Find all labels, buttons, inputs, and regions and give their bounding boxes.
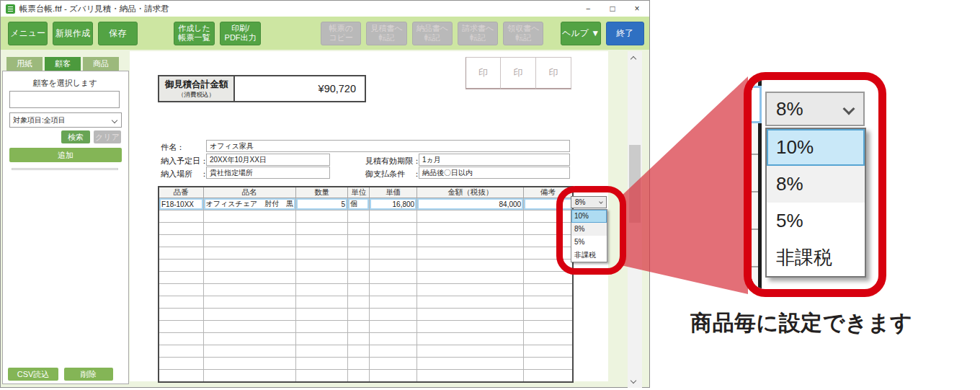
cell[interactable]: [203, 370, 296, 382]
cell[interactable]: [203, 345, 296, 358]
cell[interactable]: [417, 358, 524, 370]
cell[interactable]: [348, 247, 370, 260]
tab-customer[interactable]: 顧客: [45, 57, 81, 71]
cell[interactable]: [296, 284, 348, 296]
cell[interactable]: [370, 247, 417, 260]
cell[interactable]: [296, 358, 348, 370]
cell[interactable]: [203, 321, 296, 333]
cell[interactable]: [348, 235, 370, 247]
cell[interactable]: [370, 358, 417, 370]
cell[interactable]: [296, 235, 348, 247]
tax-option[interactable]: 5%: [571, 236, 607, 249]
cell[interactable]: [524, 370, 573, 382]
created-forms-button[interactable]: 作成した 帳票一覧: [174, 22, 215, 45]
cell[interactable]: [524, 284, 573, 296]
cell[interactable]: [524, 198, 573, 210]
cell[interactable]: [348, 284, 370, 296]
delete-button[interactable]: 削除: [64, 368, 113, 381]
cell[interactable]: 5: [296, 198, 348, 210]
csv-import-button[interactable]: CSV読込: [8, 368, 58, 381]
scrollbar-thumb[interactable]: [629, 145, 641, 223]
cell[interactable]: [348, 321, 370, 333]
cell[interactable]: [203, 358, 296, 370]
maximize-button[interactable]: □: [600, 1, 625, 17]
cell[interactable]: [524, 333, 573, 345]
cell[interactable]: [417, 370, 524, 382]
delivery-date-field[interactable]: 20XX年10月XX日: [206, 154, 330, 166]
cell[interactable]: [417, 247, 524, 260]
cell[interactable]: [159, 321, 203, 333]
cell[interactable]: [159, 247, 203, 260]
subject-field[interactable]: オフィス家具: [206, 140, 570, 152]
print-pdf-button[interactable]: 印刷/ PDF出力: [220, 22, 261, 45]
cell[interactable]: [524, 247, 573, 260]
tax-option[interactable]: 10%: [571, 210, 607, 223]
cell[interactable]: 84,000: [417, 198, 524, 210]
cell[interactable]: [524, 235, 573, 247]
cell[interactable]: [159, 272, 203, 284]
cell[interactable]: [348, 345, 370, 358]
exit-button[interactable]: 終了: [606, 22, 644, 45]
cell[interactable]: [159, 333, 203, 345]
cell[interactable]: [296, 223, 348, 235]
cell[interactable]: [159, 345, 203, 358]
validity-field[interactable]: 1ヵ月: [419, 154, 570, 166]
cell[interactable]: [296, 345, 348, 358]
cell[interactable]: 個: [348, 198, 370, 210]
cell[interactable]: [348, 260, 370, 272]
cell[interactable]: [296, 370, 348, 382]
cell[interactable]: [159, 358, 203, 370]
cell[interactable]: [203, 223, 296, 235]
cell[interactable]: [417, 284, 524, 296]
tax-rate-select[interactable]: 8%: [571, 196, 607, 208]
cell[interactable]: [524, 321, 573, 333]
cell[interactable]: [348, 333, 370, 345]
cell[interactable]: [417, 309, 524, 321]
tax-option[interactable]: 非課税: [571, 249, 607, 262]
cell[interactable]: [296, 210, 348, 223]
cell[interactable]: オフィスチェア 肘付 黒: [203, 198, 296, 210]
cell[interactable]: [370, 296, 417, 309]
cell[interactable]: [296, 321, 348, 333]
cell[interactable]: [203, 284, 296, 296]
help-button[interactable]: ヘルプ ▼: [561, 22, 600, 45]
cell[interactable]: [370, 272, 417, 284]
cell[interactable]: [524, 272, 573, 284]
cell[interactable]: 16,800: [370, 198, 417, 210]
cell[interactable]: [203, 260, 296, 272]
cell[interactable]: [159, 370, 203, 382]
scroll-up-icon[interactable]: [631, 56, 638, 63]
cell[interactable]: [417, 333, 524, 345]
customer-search-input[interactable]: [9, 91, 120, 108]
cell[interactable]: [524, 223, 573, 235]
menu-button[interactable]: メニュー: [8, 22, 48, 45]
cell[interactable]: [348, 309, 370, 321]
cell[interactable]: [370, 235, 417, 247]
add-button[interactable]: 追加: [9, 148, 122, 162]
cell[interactable]: [296, 309, 348, 321]
cell[interactable]: [203, 235, 296, 247]
save-button[interactable]: 保存: [98, 22, 138, 45]
cell[interactable]: [203, 296, 296, 309]
cell[interactable]: [159, 284, 203, 296]
cell[interactable]: [296, 260, 348, 272]
cell[interactable]: [524, 260, 573, 272]
cell[interactable]: [417, 210, 524, 223]
cell[interactable]: [348, 210, 370, 223]
cell[interactable]: [417, 260, 524, 272]
cell[interactable]: [370, 260, 417, 272]
tab-product[interactable]: 商品: [83, 57, 119, 71]
cell[interactable]: [348, 272, 370, 284]
cell[interactable]: [524, 296, 573, 309]
cell[interactable]: [370, 223, 417, 235]
cell[interactable]: [159, 260, 203, 272]
cell[interactable]: [417, 272, 524, 284]
tax-option[interactable]: 8%: [571, 223, 607, 236]
cell[interactable]: [370, 309, 417, 321]
cell[interactable]: [524, 345, 573, 358]
cell[interactable]: [159, 235, 203, 247]
cell[interactable]: [524, 210, 573, 223]
cell[interactable]: [348, 370, 370, 382]
cell[interactable]: [370, 321, 417, 333]
cell[interactable]: [296, 333, 348, 345]
